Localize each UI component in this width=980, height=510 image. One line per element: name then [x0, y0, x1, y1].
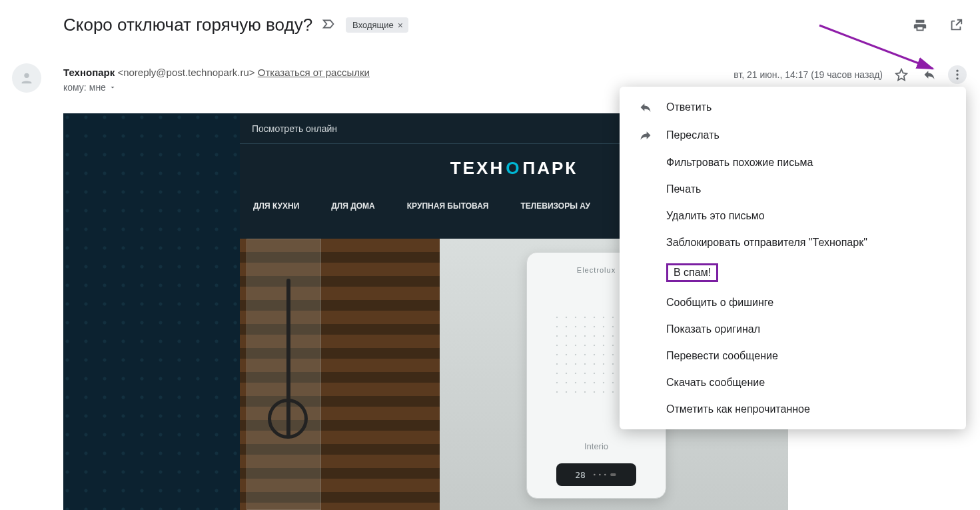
menu-mark-unread[interactable]: · Отметить как непрочитанное — [620, 396, 966, 423]
menu-label: Фильтровать похожие письма — [666, 157, 813, 169]
chip-remove-icon[interactable]: × — [398, 21, 403, 30]
menu-report-phishing[interactable]: · Сообщить о фишинге — [620, 289, 966, 316]
svg-rect-7 — [610, 473, 616, 476]
nav-item[interactable]: ДЛЯ ДОМА — [331, 201, 374, 211]
menu-forward[interactable]: Переслать — [620, 121, 966, 149]
top-action-icons — [909, 15, 967, 36]
heater-panel-icons — [591, 470, 618, 479]
to-prefix: кому: — [63, 82, 87, 93]
reply-icon[interactable] — [920, 65, 939, 84]
heater-model: Interio — [527, 441, 666, 451]
nav-item[interactable]: ТЕЛЕВИЗОРЫ АУ — [520, 201, 590, 211]
menu-block-sender[interactable]: · Заблокировать отправителя "Технопарк" — [620, 229, 966, 256]
inbox-chip[interactable]: Входящие × — [346, 17, 408, 33]
inbox-chip-label: Входящие — [352, 20, 394, 30]
logo-part-o: О — [506, 158, 521, 179]
menu-label: Сообщить о фишинге — [666, 297, 773, 309]
shower-head-icon — [268, 399, 308, 439]
to-value: мне — [89, 82, 106, 93]
menu-print[interactable]: · Печать — [620, 176, 966, 203]
svg-point-6 — [604, 474, 606, 476]
open-new-window-icon[interactable] — [945, 15, 967, 36]
more-menu-button[interactable] — [948, 65, 967, 84]
menu-filter[interactable]: · Фильтровать похожие письма — [620, 149, 966, 176]
from-block: Технопарк <noreply@post.technopark.ru> О… — [63, 67, 370, 93]
heater-control-panel: 28 — [556, 463, 636, 486]
menu-show-original[interactable]: · Показать оригинал — [620, 316, 966, 343]
subject-text: Скоро отключат горячую воду? — [63, 15, 312, 35]
view-online-label: Посмотреть онлайн — [252, 123, 337, 134]
svg-point-1 — [956, 70, 958, 72]
unsubscribe-link[interactable]: Отказаться от рассылки — [258, 67, 370, 78]
svg-point-0 — [24, 73, 29, 78]
menu-label: Ответить — [666, 101, 712, 113]
message-meta-row: вт, 21 июн., 14:17 (19 часов назад) — [734, 65, 967, 84]
subject-row: Скоро отключат горячую воду? Входящие × — [63, 15, 408, 35]
menu-label: В спам! — [666, 263, 718, 282]
nav-item[interactable]: ДЛЯ КУХНИ — [253, 201, 299, 211]
forward-arrow-icon — [637, 129, 654, 142]
sender-name[interactable]: Технопарк — [63, 67, 115, 78]
from-line: Технопарк <noreply@post.technopark.ru> О… — [63, 67, 370, 78]
logo-part-1: ТЕХН — [450, 158, 504, 179]
menu-download[interactable]: · Скачать сообщение — [620, 369, 966, 396]
logo-part-2: ПАРК — [522, 158, 578, 179]
label-important-icon[interactable] — [322, 17, 336, 34]
menu-label: Переслать — [666, 129, 720, 141]
shower-graphic — [266, 279, 313, 479]
menu-report-spam[interactable]: · В спам! — [620, 256, 966, 289]
svg-point-3 — [956, 77, 958, 79]
chevron-down-icon — [109, 83, 117, 91]
svg-point-5 — [599, 474, 601, 476]
menu-translate[interactable]: · Перевести сообщение — [620, 343, 966, 369]
to-line[interactable]: кому: мне — [63, 82, 370, 93]
nav-item[interactable]: КРУПНАЯ БЫТОВАЯ — [407, 201, 489, 211]
svg-point-4 — [594, 474, 596, 476]
heater-temperature-display: 28 — [575, 470, 586, 480]
menu-reply[interactable]: Ответить — [620, 93, 966, 121]
menu-label: Печать — [666, 183, 701, 195]
star-icon[interactable] — [892, 65, 911, 84]
menu-label: Заблокировать отправителя "Технопарк" — [666, 237, 867, 249]
sender-email: <noreply@post.technopark.ru> — [117, 67, 254, 78]
menu-label: Удалить это письмо — [666, 210, 765, 222]
menu-label: Показать оригинал — [666, 323, 760, 335]
menu-delete[interactable]: · Удалить это письмо — [620, 203, 966, 229]
menu-label: Отметить как непрочитанное — [666, 403, 810, 415]
timestamp: вт, 21 июн., 14:17 (19 часов назад) — [734, 69, 883, 80]
sender-avatar[interactable] — [12, 63, 41, 93]
print-icon[interactable] — [909, 15, 931, 36]
svg-point-2 — [956, 73, 958, 75]
reply-arrow-icon — [637, 101, 654, 114]
hero-bathroom-wall — [240, 239, 440, 510]
menu-label: Перевести сообщение — [666, 350, 778, 362]
message-more-menu: Ответить Переслать · Фильтровать похожие… — [620, 87, 966, 429]
menu-label: Скачать сообщение — [666, 377, 765, 389]
